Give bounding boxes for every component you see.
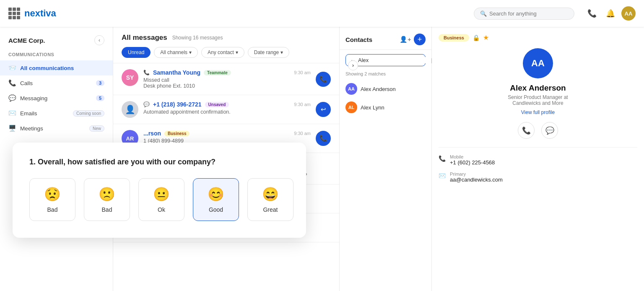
all-communications-icon: 📨	[8, 64, 16, 72]
view-full-profile-link[interactable]: View full profile	[521, 109, 555, 115]
survey-label: Bad	[102, 206, 112, 213]
message-top-row: ...rson Business 9:30 am	[143, 130, 311, 137]
sender-name: ...rson	[143, 130, 161, 137]
profile-call-button[interactable]: 📞	[518, 122, 535, 139]
survey-option-good[interactable]: 😊 Good	[193, 178, 239, 221]
avatar: SY	[122, 69, 138, 86]
profile-message-button[interactable]: 💬	[541, 122, 558, 139]
user-avatar[interactable]: AA	[621, 6, 636, 21]
calls-icon: 📞	[8, 79, 16, 87]
messages-filters: Unread All channels ▾ Any contact ▾ Date…	[122, 47, 331, 63]
chevron-down-icon: ▾	[236, 49, 238, 55]
business-tag: Business	[164, 131, 190, 136]
messaging-label: Messaging	[20, 95, 47, 101]
message-top-row: 📞 Samantha Young Teammate 9:30 am	[143, 69, 311, 76]
message-item[interactable]: 👤 💬 +1 (218) 396-2721 Unsaved 9:30 am Au…	[113, 95, 339, 124]
survey-option-very-bad[interactable]: 😟 Bad	[29, 178, 75, 221]
profile-name: Alex Anderson	[510, 83, 566, 93]
messaging-icon: 💬	[8, 94, 16, 102]
sidebar-item-calls[interactable]: 📞 Calls 3	[0, 75, 113, 91]
sidebar-item-emails[interactable]: ✉️ Emails Coming soon	[0, 106, 113, 121]
grid-menu-icon[interactable]	[8, 8, 20, 19]
filter-unread[interactable]: Unread	[122, 47, 151, 58]
sidebar-item-meetings[interactable]: 🖥️ Meetings New	[0, 121, 113, 136]
reply-action-button[interactable]: ↩	[316, 102, 331, 117]
survey-option-ok[interactable]: 😐 Ok	[138, 178, 184, 221]
contact-item-alex-anderson[interactable]: AA Alex Anderson	[340, 80, 431, 98]
sender-name: +1 (218) 396-2721	[153, 101, 202, 108]
sidebar-collapse-button[interactable]: ‹	[94, 35, 104, 45]
survey-label: Great	[263, 206, 278, 213]
survey-emoji: 🙁	[99, 186, 115, 202]
company-name: ACME Corp.	[8, 37, 45, 44]
contacts-expand-button[interactable]: ›	[348, 60, 358, 70]
email-value: aa@candlewicks.com	[450, 177, 503, 183]
contacts-matches-text: Showing 2 matches	[340, 70, 431, 80]
profile-panel: Business 🔒 ★ AA Alex Anderson Senior Pro…	[432, 27, 644, 291]
calls-label: Calls	[20, 80, 33, 86]
call-action-button[interactable]: 📞	[316, 72, 331, 87]
survey-emoji: 😊	[208, 186, 224, 202]
survey-option-bad[interactable]: 🙁 Bad	[84, 178, 130, 221]
profile-email-info: Primary aa@candlewicks.com	[450, 171, 503, 183]
sidebar-item-messaging[interactable]: 💬 Messaging 5	[0, 91, 113, 106]
message-content: ...rson Business 9:30 am 1 (480) 899-489…	[143, 130, 311, 144]
messages-title: All messages	[122, 34, 167, 42]
message-channel-icon: 💬	[143, 101, 150, 107]
emails-label: Emails	[20, 110, 37, 117]
notifications-button[interactable]: 🔔	[603, 6, 618, 21]
message-text: Missed call	[143, 77, 311, 83]
all-communications-label: All communications	[20, 65, 74, 71]
survey-overlay: 1. Overall, how satisfied are you with o…	[13, 143, 306, 238]
contact-name: Alex Lynn	[361, 104, 384, 111]
contacts-add-button[interactable]: +	[414, 34, 426, 45]
emails-icon: ✉️	[8, 109, 16, 117]
message-subtext: Desk phone Ext. 1010	[143, 83, 311, 89]
communications-section-label: Communications	[0, 52, 113, 60]
filter-any-contact[interactable]: Any contact ▾	[201, 47, 244, 58]
survey-question: 1. Overall, how satisfied are you with o…	[29, 158, 289, 166]
message-text: Automated appointment confirmation.	[143, 109, 311, 115]
sidebar-item-all-communications[interactable]: 📨 All communications	[0, 60, 113, 75]
message-time: 9:30 am	[294, 131, 311, 136]
star-icon[interactable]: ★	[483, 34, 489, 42]
search-icon: 🔍	[480, 10, 487, 17]
contacts-search-input[interactable]	[358, 57, 428, 63]
profile-avatar: AA	[523, 48, 553, 78]
email-label: Primary	[450, 171, 503, 177]
message-item[interactable]: SY 📞 Samantha Young Teammate 9:30 am Mis…	[113, 63, 339, 95]
filter-all-channels[interactable]: All channels ▾	[154, 47, 198, 58]
filter-date-range[interactable]: Date range ▾	[248, 47, 289, 58]
meetings-new-tag: New	[89, 125, 104, 132]
contacts-header-icons: 👤+ +	[400, 34, 426, 45]
phone-nav-button[interactable]: 📞	[584, 6, 600, 21]
top-nav: nextiva 🔍 📞 🔔 AA	[0, 0, 644, 27]
email-icon: ✉️	[439, 172, 446, 179]
message-time: 9:30 am	[294, 70, 311, 75]
add-contact-icon-button[interactable]: 👤+	[400, 34, 411, 45]
contacts-header: Contacts 👤+ +	[340, 27, 431, 50]
profile-title: Senior Product Manager at Candlewicks an…	[508, 94, 568, 106]
profile-mobile-item: 📞 Mobile +1 (602) 225-4568	[439, 154, 637, 166]
chevron-down-icon: ▾	[280, 49, 283, 55]
unsaved-tag: Unsaved	[205, 102, 229, 107]
messaging-badge: 5	[96, 95, 104, 101]
search-input[interactable]	[489, 10, 568, 17]
message-top-row: 💬 +1 (218) 396-2721 Unsaved 9:30 am	[143, 101, 311, 108]
search-bar[interactable]: 🔍	[474, 8, 574, 20]
survey-emoji: 😟	[44, 186, 61, 202]
survey-label: Good	[209, 206, 223, 213]
contacts-title: Contacts	[345, 36, 396, 43]
mobile-icon: 📞	[439, 155, 446, 162]
contact-item-alex-lynn[interactable]: AL Alex Lynn	[340, 98, 431, 117]
meetings-icon: 🖥️	[8, 125, 16, 132]
message-content: 📞 Samantha Young Teammate 9:30 am Missed…	[143, 69, 311, 89]
survey-options: 😟 Bad 🙁 Bad 😐 Ok 😊 Good 😄 Great	[29, 178, 289, 221]
sender-name: Samantha Young	[153, 69, 200, 76]
survey-label: Ok	[158, 206, 165, 213]
calls-badge: 3	[96, 80, 104, 86]
contact-name: Alex Anderson	[361, 86, 396, 92]
survey-option-great[interactable]: 😄 Great	[247, 178, 293, 221]
call-action-button-2[interactable]: 📞	[316, 131, 331, 146]
mobile-label: Mobile	[450, 154, 495, 159]
